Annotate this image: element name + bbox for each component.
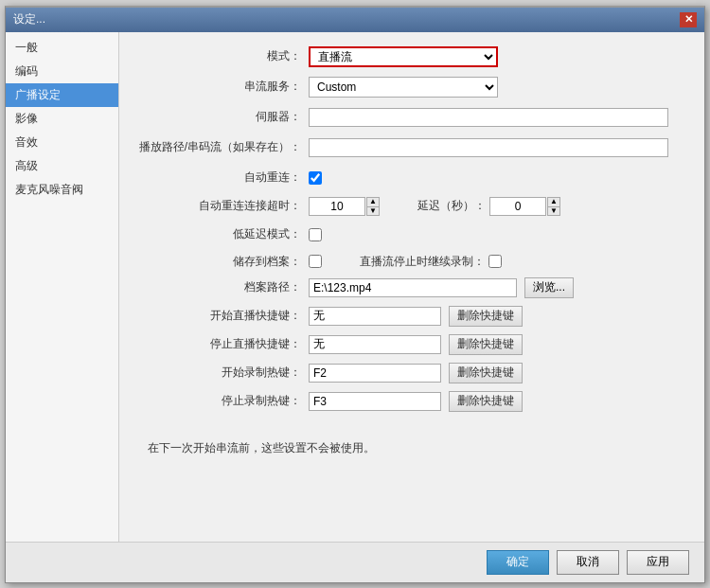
sidebar-item-broadcast[interactable]: 广播设定: [6, 83, 118, 107]
stop-broadcast-hotkey-label: 停止直播快捷键：: [138, 336, 309, 352]
file-path-input[interactable]: E:\123.mp4: [309, 278, 517, 297]
mode-control: 直播流 录制: [309, 46, 612, 67]
save-to-file-checkbox[interactable]: [309, 255, 322, 268]
play-path-row: 播放路径/串码流（如果存在）：: [138, 136, 685, 159]
delay-group: 0 ▲ ▼: [489, 197, 560, 216]
stream-service-row: 串流服务： Custom Twitch YouTube: [138, 76, 685, 98]
start-record-hotkey-input[interactable]: F2: [309, 364, 441, 383]
close-button[interactable]: ✕: [680, 12, 697, 27]
low-latency-row: 低延迟模式：: [138, 223, 685, 246]
reconnect-timeout-down[interactable]: ▼: [366, 206, 380, 216]
sidebar-item-advanced[interactable]: 高级: [6, 154, 118, 178]
stop-record-hotkey-input[interactable]: F3: [309, 392, 441, 411]
low-latency-checkbox[interactable]: [309, 228, 322, 241]
start-record-hotkey-label: 开始录制热键：: [138, 365, 309, 381]
cancel-button[interactable]: 取消: [557, 550, 619, 575]
reconnect-timeout-up[interactable]: ▲: [366, 197, 380, 206]
sidebar-item-general[interactable]: 一般: [6, 36, 118, 60]
file-path-row: 档案路径： E:\123.mp4 浏览...: [138, 277, 685, 298]
start-broadcast-hotkey-row: 开始直播快捷键： 无 删除快捷键: [138, 306, 685, 327]
sidebar-item-audio[interactable]: 音效: [6, 131, 118, 154]
continue-label: 直播流停止时继续录制：: [360, 254, 485, 270]
bottom-bar: 确定 取消 应用: [6, 542, 704, 582]
content-area: 一般 编码 广播设定 影像 音效 高级 麦克风噪音阀 模式： 直播流 录制: [6, 32, 704, 542]
ok-button[interactable]: 确定: [487, 550, 549, 575]
server-label: 伺服器：: [138, 109, 309, 125]
start-record-hotkey-row: 开始录制热键： F2 删除快捷键: [138, 363, 685, 383]
sidebar: 一般 编码 广播设定 影像 音效 高级 麦克风噪音阀: [6, 32, 119, 542]
stream-service-label: 串流服务：: [138, 79, 309, 95]
stop-broadcast-hotkey-input[interactable]: 无: [309, 335, 441, 354]
delay-up[interactable]: ▲: [547, 197, 560, 206]
mode-select[interactable]: 直播流 录制: [309, 46, 498, 67]
reconnect-timeout-row: 自动重连连接超时： 10 ▲ ▼ 延迟（秒）： 0 ▲ ▼: [138, 197, 685, 216]
dialog-title: 设定...: [13, 11, 45, 27]
continue-checkbox[interactable]: [488, 255, 502, 268]
delay-spinner: ▲ ▼: [547, 197, 560, 216]
start-broadcast-hotkey-btn[interactable]: 删除快捷键: [449, 306, 523, 327]
delay-section: 延迟（秒）： 0 ▲ ▼: [417, 197, 560, 216]
save-to-file-label: 储存到档案：: [138, 254, 309, 270]
apply-button[interactable]: 应用: [627, 550, 689, 575]
delay-input[interactable]: 0: [489, 197, 546, 216]
play-path-label: 播放路径/串码流（如果存在）：: [138, 139, 309, 155]
file-path-label: 档案路径：: [138, 279, 309, 295]
play-path-input[interactable]: [309, 138, 668, 157]
stop-broadcast-hotkey-btn[interactable]: 删除快捷键: [449, 334, 523, 355]
start-record-hotkey-btn[interactable]: 删除快捷键: [449, 363, 523, 383]
mode-label: 模式：: [138, 48, 309, 64]
settings-dialog: 设定... ✕ 一般 编码 广播设定 影像 音效 高级 麦克风噪音阀 模式： 直…: [5, 6, 705, 583]
continue-section: 直播流停止时继续录制：: [360, 254, 502, 270]
notice-text: 在下一次开始串流前，这些设置不会被使用。: [138, 440, 685, 456]
reconnect-timeout-label: 自动重连连接超时：: [138, 198, 309, 214]
start-broadcast-hotkey-input[interactable]: 无: [309, 307, 441, 326]
reconnect-timeout-group: 10 ▲ ▼: [309, 197, 380, 216]
server-row: 伺服器：: [138, 106, 685, 129]
mode-row: 模式： 直播流 录制: [138, 45, 685, 68]
sidebar-item-video[interactable]: 影像: [6, 107, 118, 131]
browse-button[interactable]: 浏览...: [524, 277, 574, 298]
low-latency-label: 低延迟模式：: [138, 226, 309, 242]
stop-record-hotkey-btn[interactable]: 删除快捷键: [449, 391, 523, 412]
sidebar-item-encode[interactable]: 编码: [6, 60, 118, 83]
stop-record-hotkey-label: 停止录制热键：: [138, 393, 309, 409]
auto-reconnect-row: 自动重连：: [138, 167, 685, 189]
delay-label: 延迟（秒）：: [417, 198, 486, 214]
sidebar-item-mic[interactable]: 麦克风噪音阀: [6, 178, 118, 202]
stop-record-hotkey-row: 停止录制热键： F3 删除快捷键: [138, 391, 685, 412]
auto-reconnect-label: 自动重连：: [138, 169, 309, 186]
server-input[interactable]: [309, 108, 668, 127]
start-broadcast-hotkey-label: 开始直播快捷键：: [138, 308, 309, 324]
stream-service-select[interactable]: Custom Twitch YouTube: [309, 77, 498, 98]
main-panel: 模式： 直播流 录制 串流服务： Custom Twitch YouTube: [119, 32, 704, 542]
stream-service-control: Custom Twitch YouTube: [309, 77, 612, 98]
titlebar: 设定... ✕: [6, 8, 704, 32]
delay-down[interactable]: ▼: [547, 206, 560, 216]
save-to-file-row: 储存到档案： 直播流停止时继续录制：: [138, 254, 685, 270]
auto-reconnect-checkbox[interactable]: [309, 171, 322, 185]
reconnect-timeout-spinner: ▲ ▼: [366, 197, 380, 216]
stop-broadcast-hotkey-row: 停止直播快捷键： 无 删除快捷键: [138, 334, 685, 355]
reconnect-timeout-input[interactable]: 10: [309, 197, 365, 216]
